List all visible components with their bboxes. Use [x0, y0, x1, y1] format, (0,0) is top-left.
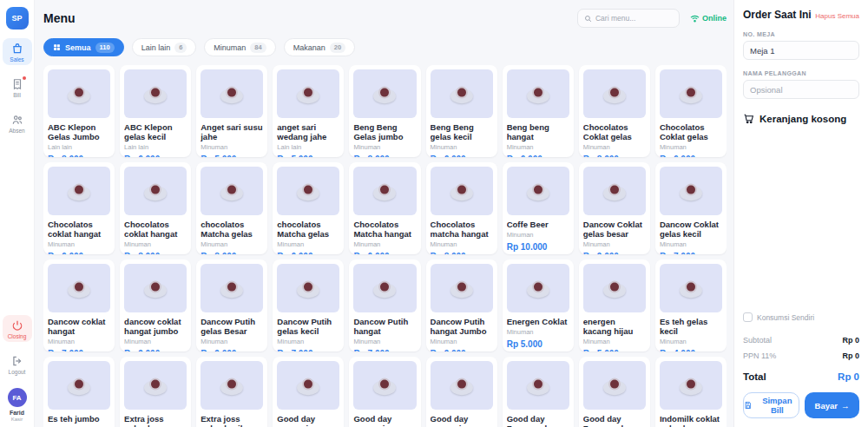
product-name: Anget sari susu jahe — [201, 122, 263, 141]
product-price: Rp 5.000 — [201, 154, 263, 157]
cup-shape — [608, 184, 621, 196]
category-chip[interactable]: Lain lain 6 — [132, 38, 197, 56]
category-chip[interactable]: Semua 110 — [43, 38, 124, 56]
sidebar-item-sales[interactable]: Sales — [3, 38, 32, 65]
product-name: Beng beng hangat — [507, 122, 569, 141]
clear-all-link[interactable]: Hapus Semua — [815, 12, 859, 20]
product-category: Lain lain — [124, 143, 187, 151]
product-card[interactable]: energen kacang hijau Minuman Rp 5.000 — [579, 259, 650, 351]
product-card[interactable]: Anget sari susu jahe Minuman Rp 5.000 — [196, 65, 267, 157]
product-name: Chocolatos coklat hangat jumbo — [124, 220, 187, 239]
category-chip-count: 84 — [250, 43, 266, 53]
product-card[interactable]: Chocolatos coklat hangat Minuman Rp 6.00… — [43, 162, 115, 254]
product-card[interactable]: Indomilk coklat gelas besar Minuman — [655, 357, 727, 427]
product-image — [48, 264, 110, 312]
app-logo: SP — [6, 7, 29, 30]
product-name: Energen Coklat — [507, 317, 569, 326]
product-card[interactable]: Beng Beng Gelas jumbo Minuman Rp 8.000 — [349, 65, 420, 157]
product-price: Rp 6.000 — [660, 154, 722, 157]
sidebar-item-closing[interactable]: Closing — [3, 315, 32, 342]
product-price: Rp 5.000 — [277, 154, 339, 157]
table-number-input[interactable] — [743, 41, 859, 60]
pay-label: Bayar — [815, 401, 838, 411]
product-card[interactable]: Dancow Coklat gelas kecil Minuman Rp 7.0… — [655, 162, 727, 254]
subtotal-value: Rp 0 — [842, 336, 859, 345]
product-card[interactable]: Beng beng hangat Minuman Rp 6.000 — [503, 65, 574, 157]
category-chip[interactable]: Minuman 84 — [204, 38, 275, 56]
product-price: Rp 9.000 — [431, 349, 493, 351]
product-card[interactable]: ABC Klepon gelas kecil Lain lain Rp 6.00… — [120, 65, 191, 157]
product-card[interactable]: Dancow Putih gelas Besar Minuman Rp 9.00… — [196, 259, 267, 351]
product-image — [48, 361, 110, 410]
product-image — [431, 361, 493, 410]
product-card[interactable]: chocolatos Matcha gelas Besar Minuman Rp… — [196, 162, 267, 254]
product-image — [660, 361, 722, 410]
product-card[interactable]: chocolatos Matcha gelas kecil Minuman Rp… — [273, 162, 344, 254]
product-image — [660, 167, 722, 215]
product-card[interactable]: Dancow Coklat gelas besar Minuman Rp 9.0… — [579, 162, 650, 254]
product-card[interactable]: Good day cappucino gelas besar Minuman — [273, 357, 344, 427]
product-category: Minuman — [201, 338, 263, 345]
online-status: Online — [690, 14, 727, 23]
product-card[interactable]: Good day cappucino gelas kecil Minuman — [349, 357, 420, 427]
product-image — [124, 167, 187, 215]
product-card[interactable]: anget sari wedang jahe Lain lain Rp 5.00… — [273, 65, 344, 157]
product-price: Rp 7.000 — [277, 349, 339, 351]
sidebar-item-bill[interactable]: Bill — [3, 74, 32, 101]
sidebar-item-logout[interactable]: Logout — [3, 351, 32, 378]
product-card[interactable]: Es teh jumbo Minuman Rp 6.000 — [43, 357, 115, 427]
cup-shape — [685, 378, 697, 391]
product-name: Chocolatos matcha hangat jumbo — [431, 220, 493, 239]
product-card[interactable]: Dancow Putih hangat Jumbo Minuman Rp 9.0… — [426, 259, 497, 351]
pay-button[interactable]: Bayar → — [805, 392, 859, 418]
product-card[interactable]: Coffe Beer Minuman Rp 10.000 — [503, 162, 574, 254]
product-card[interactable]: Good day cappucino panas Minuman — [426, 357, 497, 427]
product-name: dancow coklat hangat jumbo — [124, 317, 187, 336]
product-card[interactable]: Good day Freeze gelas kecil Minuman — [579, 357, 650, 427]
product-image — [507, 69, 569, 118]
product-card[interactable]: Dancow Putih hangat Minuman Rp 7.000 — [349, 259, 420, 351]
self-consumption-checkbox[interactable] — [743, 312, 753, 322]
product-card[interactable]: Beng Beng gelas kecil Minuman Rp 6.000 — [426, 65, 497, 157]
category-chip-label: Lain lain — [141, 43, 171, 52]
product-name: Beng Beng gelas kecil — [431, 122, 493, 141]
product-card[interactable]: Chocolatos matcha hangat jumbo Minuman R… — [426, 162, 497, 254]
search-input[interactable] — [595, 14, 673, 23]
product-price: Rp 6.000 — [124, 154, 187, 157]
user-avatar[interactable]: FA — [8, 388, 27, 407]
sidebar-item-absen[interactable]: Absen — [3, 109, 32, 136]
product-card[interactable]: Energen Coklat Minuman Rp 5.000 — [503, 259, 574, 351]
product-name: Beng Beng Gelas jumbo — [353, 122, 416, 141]
cup-shape — [302, 87, 314, 99]
cup-shape — [149, 184, 161, 196]
product-card[interactable]: Dancow coklat hangat Minuman Rp 7.000 — [43, 259, 115, 351]
product-price: Rp 8.000 — [583, 154, 646, 157]
product-name: Es teh gelas kecil — [660, 317, 722, 336]
tax-label: PPN 11% — [743, 351, 776, 360]
product-card[interactable]: Chocolatos coklat hangat jumbo Minuman R… — [120, 162, 191, 254]
header-right: Online — [577, 9, 727, 28]
product-card[interactable]: dancow coklat hangat jumbo Minuman Rp 9.… — [120, 259, 191, 351]
product-card[interactable]: Extra joss gelas kecil Minuman Rp 5.000 — [196, 357, 267, 427]
product-card[interactable]: ABC Klepon Gelas Jumbo Lain lain Rp 8.00… — [43, 65, 115, 157]
product-image — [353, 264, 416, 312]
cup-shape — [302, 184, 314, 196]
cup-shape — [73, 378, 85, 391]
product-card[interactable]: Chocolatos Matcha hangat Minuman Rp 6.00… — [349, 162, 420, 254]
product-price: Rp 8.000 — [48, 154, 110, 157]
product-card[interactable]: Extra joss gelas besar Minuman — [120, 357, 191, 427]
category-chip[interactable]: Makanan 20 — [284, 38, 355, 56]
product-name: Good day cappucino panas — [431, 414, 493, 427]
product-card[interactable]: Chocolatos Coklat gelas besar Minuman Rp… — [579, 65, 650, 157]
cup-shape — [532, 87, 544, 99]
product-card[interactable]: Dancow Putih gelas kecil Minuman Rp 7.00… — [273, 259, 344, 351]
product-name: Dancow Coklat gelas besar — [583, 220, 646, 239]
product-image — [431, 264, 493, 312]
product-card[interactable]: Good day Freeze gelas besar Minuman — [503, 357, 574, 427]
product-image — [431, 69, 493, 118]
cup-shape — [456, 378, 468, 391]
customer-name-input[interactable] — [743, 80, 859, 99]
product-card[interactable]: Chocolatos Coklat gelas kecil Minuman Rp… — [655, 65, 727, 157]
save-bill-button[interactable]: Simpan Bill — [743, 392, 799, 418]
product-card[interactable]: Es teh gelas kecil Minuman Rp 4.000 — [655, 259, 727, 351]
